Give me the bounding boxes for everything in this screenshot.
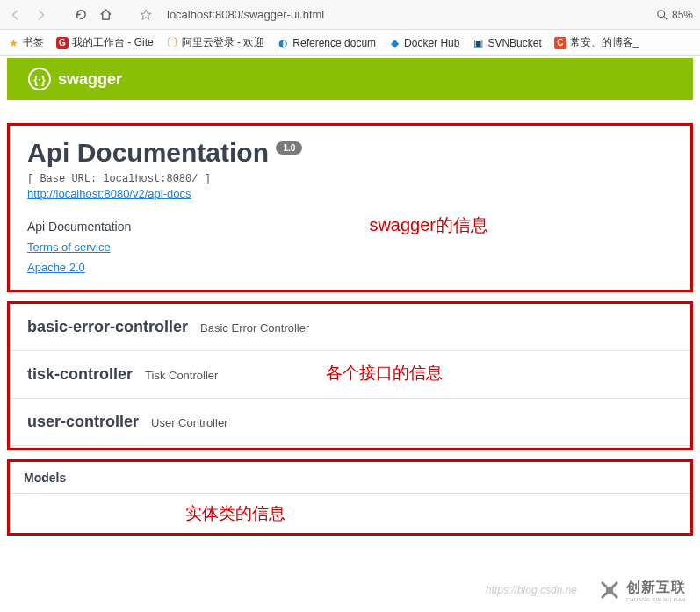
svg-point-1 [606,587,613,594]
annotation-text: 各个接口的信息 [326,362,443,385]
watermark-logo: 创新互联 CHUANG XIN HU LIAN [591,573,691,607]
home-button[interactable] [97,6,114,24]
browser-toolbar: localhost:8080/swagger-ui.html 85% [0,0,700,30]
bookmark-item[interactable]: ★ 书签 [7,35,44,50]
controller-name: tisk-controller [27,365,133,384]
svg-point-0 [658,10,665,17]
star-icon: ★ [7,37,19,49]
site-icon: C [554,37,566,49]
swagger-header: {·} swagger [7,58,693,100]
license-link[interactable]: Apache 2.0 [27,261,673,274]
api-description: Api Documentation [27,220,673,234]
bookmark-label: 我的工作台 - Gite [72,35,154,50]
bookmark-item[interactable]: G 我的工作台 - Gite [56,35,154,50]
annotation-text: swagger的信息 [369,213,488,237]
reload-button[interactable] [72,6,90,24]
bookmark-label: Reference docum [292,37,376,49]
models-header[interactable]: Models [10,462,690,494]
bookmark-label: Docker Hub [404,37,459,49]
annotation-text: 实体类的信息 [185,502,285,525]
bookmark-label: 阿里云登录 - 欢迎 [182,35,265,50]
terms-of-service-link[interactable]: Terms of service [27,241,673,254]
controllers-section: basic-error-controller Basic Error Contr… [7,301,693,450]
watermark-text-en: CHUANG XIN HU LIAN [626,597,686,602]
models-section: Models 实体类的信息 [7,459,693,536]
site-icon: ▣ [472,37,484,49]
controller-row[interactable]: basic-error-controller Basic Error Contr… [10,304,690,351]
swagger-brand-text: swagger [58,70,122,89]
api-info-section: Api Documentation 1.0 [ Base URL: localh… [7,123,693,292]
swagger-icon: {·} [28,68,51,90]
favorite-button[interactable] [137,6,155,24]
controller-description: User Controller [151,416,227,429]
site-icon: ◐ [277,37,289,49]
controller-description: Tisk Controller [145,369,218,382]
bookmark-item[interactable]: ◐ Reference docum [277,37,376,49]
site-icon: ◆ [388,37,401,49]
bookmark-label: 常安、的博客_ [570,35,639,50]
controller-description: Basic Error Controller [200,321,309,335]
forward-button[interactable] [32,6,49,24]
bookmark-label: SVNBucket [487,37,541,49]
watermark-text-cn: 创新互联 [626,580,686,594]
controller-name: user-controller [27,413,139,431]
site-icon: G [56,37,69,49]
bookmarks-bar: ★ 书签 G 我的工作台 - Gite 〔〕 阿里云登录 - 欢迎 ◐ Refe… [0,30,700,56]
api-title: Api Documentation [27,138,269,168]
version-badge: 1.0 [276,141,302,155]
bookmark-item[interactable]: C 常安、的博客_ [554,35,639,50]
zoom-indicator[interactable]: 85% [656,9,693,21]
watermark-url: https://blog.csdn.ne [486,584,577,596]
zoom-value: 85% [672,9,693,21]
bookmark-item[interactable]: 〔〕 阿里云登录 - 欢迎 [166,35,265,50]
site-icon: 〔〕 [166,37,178,49]
bookmark-item[interactable]: ◆ Docker Hub [388,37,459,49]
swagger-logo[interactable]: {·} swagger [28,68,122,90]
back-button[interactable] [7,6,25,24]
api-docs-link[interactable]: http://localhost:8080/v2/api-docs [27,187,673,200]
url-bar[interactable]: localhost:8080/swagger-ui.html [162,8,649,21]
controller-name: basic-error-controller [27,318,188,336]
base-url: [ Base URL: localhost:8080/ ] [27,173,673,185]
bookmark-item[interactable]: ▣ SVNBucket [472,37,541,49]
watermark-icon [596,577,623,603]
controller-row[interactable]: user-controller User Controller [10,399,690,446]
bookmark-label: 书签 [23,35,44,50]
